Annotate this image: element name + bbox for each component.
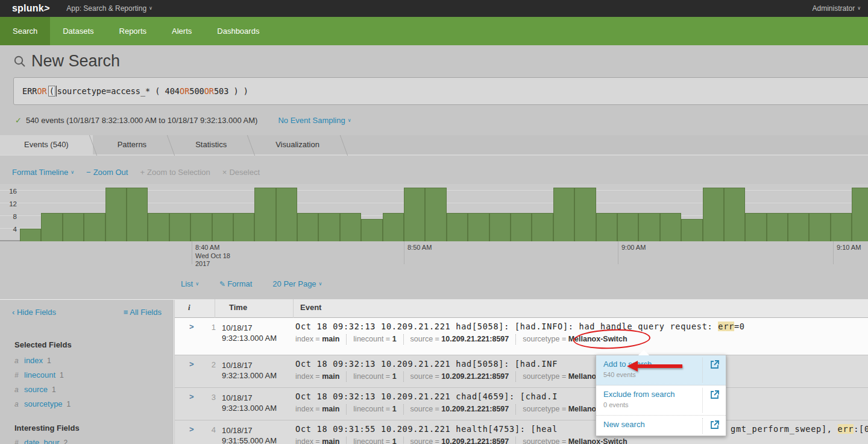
expand-event-chevron[interactable]: > bbox=[189, 360, 194, 369]
expand-event-chevron[interactable]: > bbox=[189, 322, 194, 331]
field-name-link[interactable]: linecount bbox=[24, 370, 55, 379]
histogram-bar[interactable] bbox=[63, 213, 84, 241]
histogram-bar[interactable] bbox=[212, 213, 233, 241]
histogram-bar[interactable] bbox=[852, 188, 868, 241]
open-in-new-window-icon[interactable] bbox=[710, 420, 720, 430]
histogram-bar[interactable] bbox=[169, 213, 190, 241]
popup-item-new-search[interactable]: New search bbox=[596, 416, 726, 436]
app-switcher-menu[interactable]: App: Search & Reporting∨ bbox=[66, 4, 153, 13]
histogram-bar[interactable] bbox=[254, 188, 275, 241]
event-field-source[interactable]: source = 10.209.21.221:8597 bbox=[403, 372, 516, 382]
nav-item-search[interactable]: Search bbox=[0, 17, 50, 45]
histogram-bar[interactable] bbox=[660, 213, 681, 241]
format-timeline-menu[interactable]: Format Timeline∨ bbox=[12, 168, 74, 177]
expand-event-chevron[interactable]: > bbox=[189, 392, 194, 401]
histogram-bar[interactable] bbox=[617, 213, 638, 241]
histogram-bar[interactable] bbox=[681, 219, 702, 241]
histogram-bar[interactable] bbox=[745, 213, 766, 241]
field-name-link[interactable]: date_hour bbox=[24, 438, 60, 444]
nav-item-dashboards[interactable]: Dashboards bbox=[204, 17, 272, 45]
histogram-bar[interactable] bbox=[489, 213, 511, 241]
histogram-bar[interactable] bbox=[20, 229, 41, 241]
per-page-menu[interactable]: 20 Per Page∨ bbox=[272, 279, 322, 288]
list-view-menu[interactable]: List∨ bbox=[181, 279, 199, 288]
field-name-link[interactable]: source bbox=[24, 385, 48, 394]
event-field-sourcetype[interactable]: sourcetype = Mellanox-Switch bbox=[515, 334, 634, 344]
field-item-source[interactable]: asource1 bbox=[14, 385, 56, 394]
histogram-bar[interactable] bbox=[383, 213, 404, 241]
histogram-bar[interactable] bbox=[767, 213, 788, 241]
histogram-bar[interactable] bbox=[831, 213, 852, 241]
event-field-value[interactable]: 10.209.21.221:8597 bbox=[441, 335, 509, 343]
deselect-button[interactable]: ×Deselect bbox=[222, 168, 260, 177]
histogram-bar[interactable] bbox=[340, 213, 361, 241]
histogram-bar[interactable] bbox=[41, 213, 62, 241]
event-field-linecount[interactable]: linecount = 1 bbox=[346, 334, 403, 344]
histogram-bar[interactable] bbox=[703, 188, 724, 241]
hide-fields-button[interactable]: ‹ Hide Fields bbox=[12, 308, 56, 317]
field-item-linecount[interactable]: #linecount1 bbox=[14, 370, 64, 379]
histogram-bar[interactable] bbox=[809, 213, 830, 241]
event-field-value[interactable]: 1 bbox=[392, 335, 397, 343]
histogram-bar[interactable] bbox=[468, 213, 489, 241]
event-field-value[interactable]: 1 bbox=[392, 437, 397, 444]
event-field-value[interactable]: 10.209.21.221:8597 bbox=[441, 437, 509, 444]
histogram-bar[interactable] bbox=[297, 213, 318, 241]
field-item-sourcetype[interactable]: asourcetype1 bbox=[14, 399, 71, 408]
tab-events-540-[interactable]: Events (540) bbox=[0, 135, 93, 154]
event-field-value[interactable]: Mellanox-Switch bbox=[568, 335, 627, 343]
open-in-new-window-icon[interactable] bbox=[710, 360, 720, 369]
search-query-input[interactable]: ERR OR ( sourcetype=access_* ( 404 OR 50… bbox=[13, 77, 868, 105]
zoom-out-button[interactable]: −Zoom Out bbox=[86, 168, 128, 177]
user-menu[interactable]: Administrator∨ bbox=[812, 0, 861, 17]
event-field-source[interactable]: source = 10.209.21.221:8597 bbox=[403, 334, 516, 344]
event-sampling-menu[interactable]: No Event Sampling∨ bbox=[278, 116, 351, 125]
splunk-logo[interactable]: splunk> bbox=[12, 3, 49, 14]
histogram-bar[interactable] bbox=[105, 188, 127, 241]
event-field-value[interactable]: main bbox=[322, 335, 339, 343]
histogram-bar[interactable] bbox=[532, 213, 553, 241]
histogram-bar[interactable] bbox=[553, 188, 574, 241]
tab-statistics[interactable]: Statistics bbox=[171, 135, 251, 154]
histogram-bar[interactable] bbox=[788, 213, 809, 241]
field-name-link[interactable]: sourcetype bbox=[24, 399, 63, 408]
nav-item-datasets[interactable]: Datasets bbox=[50, 17, 106, 45]
event-field-linecount[interactable]: linecount = 1 bbox=[346, 404, 403, 414]
histogram-bar[interactable] bbox=[574, 188, 596, 241]
popup-item-add-to-search[interactable]: Add to search540 events bbox=[596, 355, 726, 385]
field-name-link[interactable]: index bbox=[24, 356, 43, 365]
event-field-index[interactable]: index = main bbox=[295, 334, 346, 344]
expand-event-chevron[interactable]: > bbox=[189, 425, 194, 434]
timeline-histogram[interactable]: 161284 bbox=[0, 184, 868, 241]
histogram-bar[interactable] bbox=[127, 188, 148, 241]
histogram-bar[interactable] bbox=[190, 213, 212, 241]
nav-item-alerts[interactable]: Alerts bbox=[159, 17, 204, 45]
zoom-to-selection-button[interactable]: +Zoom to Selection bbox=[140, 168, 210, 177]
histogram-bar[interactable] bbox=[638, 213, 659, 241]
event-field-linecount[interactable]: linecount = 1 bbox=[346, 372, 403, 382]
histogram-bar[interactable] bbox=[724, 188, 745, 241]
format-results-button[interactable]: ✎Format bbox=[219, 279, 252, 288]
event-field-value[interactable]: 10.209.21.221:8597 bbox=[441, 372, 509, 381]
event-field-value[interactable]: Mellanox-Switch bbox=[568, 437, 627, 444]
event-field-sourcetype[interactable]: sourcetype = Mellanox-Switch bbox=[515, 437, 634, 444]
event-field-value[interactable]: 10.209.21.221:8597 bbox=[441, 405, 509, 413]
event-field-value[interactable]: main bbox=[322, 372, 339, 381]
histogram-bar[interactable] bbox=[148, 213, 169, 241]
histogram-bar[interactable] bbox=[318, 213, 339, 241]
event-field-value[interactable]: 1 bbox=[392, 405, 397, 413]
event-field-value[interactable]: main bbox=[322, 405, 339, 413]
event-field-value[interactable]: main bbox=[322, 437, 339, 444]
event-field-linecount[interactable]: linecount = 1 bbox=[346, 437, 403, 444]
histogram-bar[interactable] bbox=[447, 213, 468, 241]
event-field-index[interactable]: index = main bbox=[295, 372, 346, 382]
histogram-bar[interactable] bbox=[404, 188, 425, 241]
histogram-bar[interactable] bbox=[233, 213, 254, 241]
field-item-index[interactable]: aindex1 bbox=[14, 356, 51, 365]
tab-visualization[interactable]: Visualization bbox=[251, 135, 344, 154]
field-item-date_hour[interactable]: #date_hour2 bbox=[14, 438, 68, 444]
all-fields-button[interactable]: ≡ All Fields bbox=[124, 308, 162, 317]
event-field-source[interactable]: source = 10.209.21.221:8597 bbox=[403, 404, 516, 414]
open-in-new-window-icon[interactable] bbox=[710, 390, 720, 399]
histogram-bar[interactable] bbox=[596, 213, 617, 241]
